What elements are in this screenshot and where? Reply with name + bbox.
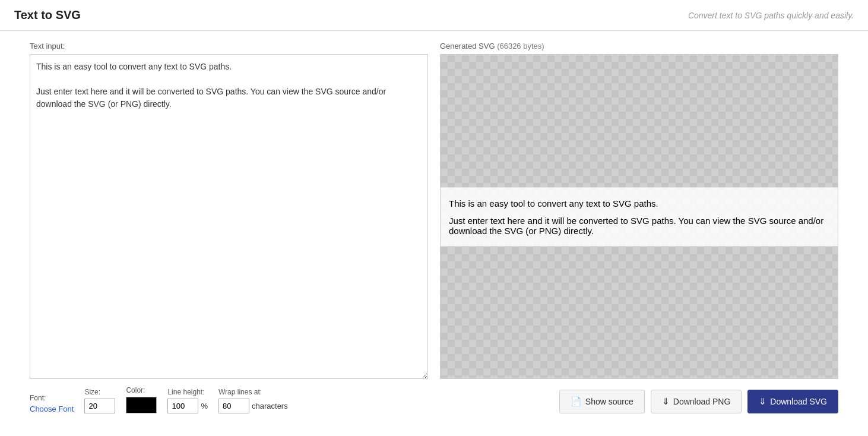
lineheight-group: % [167,399,208,413]
wrap-label: Wrap lines at: [218,388,288,396]
controls-right: 📄 Show source ⇓ Download PNG ⇓ Download … [559,390,838,413]
wrap-unit: characters [252,402,288,410]
svg-preview: This is an easy tool to convert any text… [440,54,838,379]
font-control-group: Font: Choose Font [30,394,74,413]
lineheight-unit: % [201,402,208,410]
text-input-label: Text input: [30,42,428,50]
generated-svg-label: Generated SVG (66326 bytes) [440,42,838,50]
document-icon: 📄 [571,396,582,407]
bottom-bar: Font: Choose Font Size: Color: Line heig… [0,379,868,422]
wrap-input[interactable] [218,399,249,413]
color-swatch[interactable] [126,397,157,413]
size-control-group: Size: [84,388,115,413]
show-source-label: Show source [585,397,633,406]
app-title: Text to SVG [14,8,81,22]
left-panel: Text input: [30,42,428,379]
choose-font-button[interactable]: Choose Font [30,405,74,413]
download-svg-icon: ⇓ [759,396,766,407]
right-panel: Generated SVG (66326 bytes) This is an e… [440,42,838,379]
svg-preview-line2: Just enter text here and it will be conv… [449,215,829,235]
svg-preview-line1: This is an easy tool to convert any text… [449,198,829,208]
color-label: Color: [126,386,157,394]
text-input[interactable] [30,54,428,379]
color-control-group: Color: [126,386,157,413]
show-source-button[interactable]: 📄 Show source [559,390,645,413]
download-svg-button[interactable]: ⇓ Download SVG [747,390,838,413]
app-header: Text to SVG Convert text to SVG paths qu… [0,0,868,31]
lineheight-label: Line height: [167,388,208,396]
font-label: Font: [30,394,74,402]
lineheight-control-group: Line height: % [167,388,208,413]
size-input[interactable] [84,399,115,413]
wrap-group: characters [218,399,288,413]
svg-text-content: This is an easy tool to convert any text… [441,187,838,246]
controls-left: Font: Choose Font Size: Color: Line heig… [30,386,559,413]
app-tagline: Convert text to SVG paths quickly and ea… [688,11,854,20]
lineheight-input[interactable] [167,399,198,413]
download-svg-label: Download SVG [770,397,827,406]
main-content: Text input: Generated SVG (66326 bytes) … [0,31,868,379]
size-label: Size: [84,388,115,396]
download-png-button[interactable]: ⇓ Download PNG [651,390,742,413]
download-png-icon: ⇓ [662,396,670,407]
wrap-control-group: Wrap lines at: characters [218,388,288,413]
download-png-label: Download PNG [673,397,731,406]
